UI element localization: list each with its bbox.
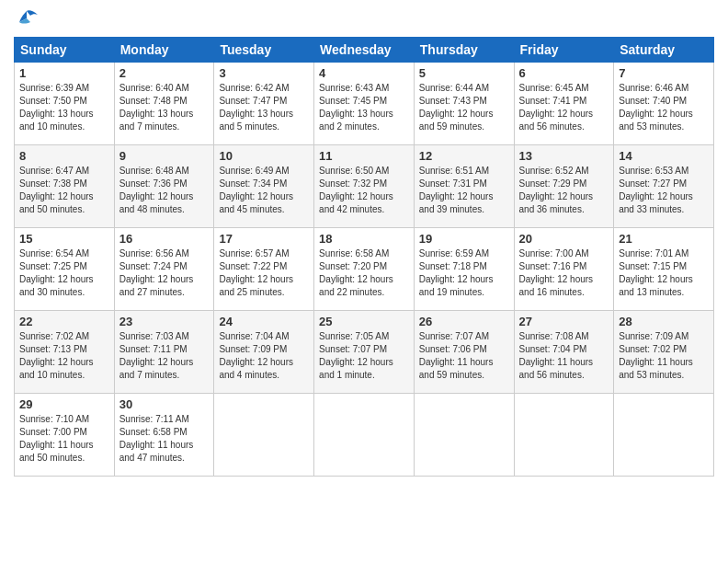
calendar-cell: 27Sunrise: 7:08 AMSunset: 7:04 PMDayligh… (514, 311, 614, 394)
day-info: Sunrise: 7:10 AMSunset: 7:00 PMDaylight:… (19, 413, 109, 465)
day-number: 25 (319, 315, 409, 328)
calendar-cell: 23Sunrise: 7:03 AMSunset: 7:11 PMDayligh… (114, 311, 214, 394)
day-number: 14 (619, 149, 709, 163)
calendar-cell (514, 394, 614, 477)
calendar-cell: 20Sunrise: 7:00 AMSunset: 7:16 PMDayligh… (514, 228, 614, 311)
day-info: Sunrise: 6:56 AMSunset: 7:24 PMDaylight:… (119, 247, 210, 299)
logo (14, 9, 40, 29)
day-info: Sunrise: 6:45 AMSunset: 7:41 PMDaylight:… (519, 82, 609, 133)
day-of-week-header: Tuesday (214, 38, 314, 63)
day-info: Sunrise: 7:09 AMSunset: 7:02 PMDaylight:… (619, 330, 709, 382)
day-info: Sunrise: 6:51 AMSunset: 7:31 PMDaylight:… (419, 165, 509, 216)
calendar-cell: 17Sunrise: 6:57 AMSunset: 7:22 PMDayligh… (214, 228, 314, 311)
calendar-cell: 21Sunrise: 7:01 AMSunset: 7:15 PMDayligh… (614, 228, 714, 311)
day-number: 6 (519, 66, 609, 80)
calendar-cell: 12Sunrise: 6:51 AMSunset: 7:31 PMDayligh… (414, 145, 514, 228)
calendar-cell: 9Sunrise: 6:48 AMSunset: 7:36 PMDaylight… (114, 145, 214, 228)
calendar-cell: 25Sunrise: 7:05 AMSunset: 7:07 PMDayligh… (314, 311, 415, 394)
day-number: 19 (419, 232, 509, 246)
calendar-cell (614, 394, 714, 477)
calendar-week-row: 22Sunrise: 7:02 AMSunset: 7:13 PMDayligh… (15, 311, 714, 394)
day-info: Sunrise: 6:46 AMSunset: 7:40 PMDaylight:… (619, 82, 709, 133)
day-info: Sunrise: 7:08 AMSunset: 7:04 PMDaylight:… (519, 330, 609, 382)
day-of-week-header: Wednesday (314, 38, 415, 63)
day-info: Sunrise: 6:48 AMSunset: 7:36 PMDaylight:… (119, 165, 210, 216)
calendar-cell: 22Sunrise: 7:02 AMSunset: 7:13 PMDayligh… (15, 311, 115, 394)
day-number: 12 (419, 149, 509, 163)
day-number: 30 (119, 397, 210, 411)
calendar-cell (314, 394, 415, 477)
calendar-cell (414, 394, 514, 477)
day-info: Sunrise: 6:50 AMSunset: 7:32 PMDaylight:… (319, 165, 409, 216)
day-info: Sunrise: 7:03 AMSunset: 7:11 PMDaylight:… (119, 330, 210, 382)
day-number: 20 (519, 232, 609, 246)
day-number: 9 (119, 149, 210, 163)
day-info: Sunrise: 7:07 AMSunset: 7:06 PMDaylight:… (419, 330, 509, 382)
day-info: Sunrise: 6:53 AMSunset: 7:27 PMDaylight:… (619, 165, 709, 216)
day-number: 7 (619, 66, 709, 80)
logo-bird-icon (14, 9, 40, 29)
day-number: 3 (219, 66, 309, 80)
calendar-cell: 3Sunrise: 6:42 AMSunset: 7:47 PMDaylight… (214, 63, 314, 145)
day-of-week-header: Thursday (414, 38, 514, 63)
header (14, 9, 714, 29)
day-info: Sunrise: 6:58 AMSunset: 7:20 PMDaylight:… (319, 247, 409, 299)
day-of-week-header: Sunday (15, 38, 115, 63)
calendar-cell: 10Sunrise: 6:49 AMSunset: 7:34 PMDayligh… (214, 145, 314, 228)
calendar-cell: 19Sunrise: 6:59 AMSunset: 7:18 PMDayligh… (414, 228, 514, 311)
calendar-cell: 7Sunrise: 6:46 AMSunset: 7:40 PMDaylight… (614, 63, 714, 145)
day-info: Sunrise: 6:42 AMSunset: 7:47 PMDaylight:… (219, 82, 309, 133)
day-number: 5 (419, 66, 509, 80)
day-number: 29 (19, 397, 109, 411)
day-number: 22 (19, 315, 109, 328)
day-info: Sunrise: 6:47 AMSunset: 7:38 PMDaylight:… (19, 165, 109, 216)
calendar-week-row: 15Sunrise: 6:54 AMSunset: 7:25 PMDayligh… (15, 228, 714, 311)
day-info: Sunrise: 6:59 AMSunset: 7:18 PMDaylight:… (419, 247, 509, 299)
day-number: 26 (419, 315, 509, 328)
calendar-cell (214, 394, 314, 477)
day-number: 13 (519, 149, 609, 163)
day-info: Sunrise: 6:43 AMSunset: 7:45 PMDaylight:… (319, 82, 409, 133)
day-info: Sunrise: 6:57 AMSunset: 7:22 PMDaylight:… (219, 247, 309, 299)
calendar-cell: 29Sunrise: 7:10 AMSunset: 7:00 PMDayligh… (15, 394, 115, 477)
day-number: 16 (119, 232, 210, 246)
day-number: 1 (19, 66, 109, 80)
calendar-cell: 26Sunrise: 7:07 AMSunset: 7:06 PMDayligh… (414, 311, 514, 394)
calendar-cell: 28Sunrise: 7:09 AMSunset: 7:02 PMDayligh… (614, 311, 714, 394)
calendar-cell: 16Sunrise: 6:56 AMSunset: 7:24 PMDayligh… (114, 228, 214, 311)
day-info: Sunrise: 7:11 AMSunset: 6:58 PMDaylight:… (119, 413, 210, 465)
calendar-table: SundayMondayTuesdayWednesdayThursdayFrid… (14, 37, 714, 477)
day-info: Sunrise: 6:52 AMSunset: 7:29 PMDaylight:… (519, 165, 609, 216)
day-number: 17 (219, 232, 309, 246)
day-of-week-header: Saturday (614, 38, 714, 63)
calendar-cell: 13Sunrise: 6:52 AMSunset: 7:29 PMDayligh… (514, 145, 614, 228)
day-info: Sunrise: 6:54 AMSunset: 7:25 PMDaylight:… (19, 247, 109, 299)
calendar-cell: 6Sunrise: 6:45 AMSunset: 7:41 PMDaylight… (514, 63, 614, 145)
day-number: 28 (619, 315, 709, 328)
calendar-cell: 11Sunrise: 6:50 AMSunset: 7:32 PMDayligh… (314, 145, 415, 228)
calendar-cell: 2Sunrise: 6:40 AMSunset: 7:48 PMDaylight… (114, 63, 214, 145)
calendar-cell: 8Sunrise: 6:47 AMSunset: 7:38 PMDaylight… (15, 145, 115, 228)
day-number: 8 (19, 149, 109, 163)
day-of-week-header: Friday (514, 38, 614, 63)
day-of-week-header: Monday (114, 38, 214, 63)
calendar-cell: 15Sunrise: 6:54 AMSunset: 7:25 PMDayligh… (15, 228, 115, 311)
day-info: Sunrise: 6:44 AMSunset: 7:43 PMDaylight:… (419, 82, 509, 133)
day-info: Sunrise: 7:05 AMSunset: 7:07 PMDaylight:… (319, 330, 409, 382)
calendar-cell: 24Sunrise: 7:04 AMSunset: 7:09 PMDayligh… (214, 311, 314, 394)
calendar-cell: 30Sunrise: 7:11 AMSunset: 6:58 PMDayligh… (114, 394, 214, 477)
day-number: 18 (319, 232, 409, 246)
day-info: Sunrise: 7:00 AMSunset: 7:16 PMDaylight:… (519, 247, 609, 299)
day-number: 4 (319, 66, 409, 80)
day-info: Sunrise: 6:49 AMSunset: 7:34 PMDaylight:… (219, 165, 309, 216)
day-info: Sunrise: 7:02 AMSunset: 7:13 PMDaylight:… (19, 330, 109, 382)
calendar-cell: 4Sunrise: 6:43 AMSunset: 7:45 PMDaylight… (314, 63, 415, 145)
day-number: 21 (619, 232, 709, 246)
day-info: Sunrise: 6:40 AMSunset: 7:48 PMDaylight:… (119, 82, 210, 133)
day-info: Sunrise: 6:39 AMSunset: 7:50 PMDaylight:… (19, 82, 109, 133)
calendar-cell: 5Sunrise: 6:44 AMSunset: 7:43 PMDaylight… (414, 63, 514, 145)
day-number: 10 (219, 149, 309, 163)
day-number: 24 (219, 315, 309, 328)
day-number: 15 (19, 232, 109, 246)
calendar-cell: 18Sunrise: 6:58 AMSunset: 7:20 PMDayligh… (314, 228, 415, 311)
